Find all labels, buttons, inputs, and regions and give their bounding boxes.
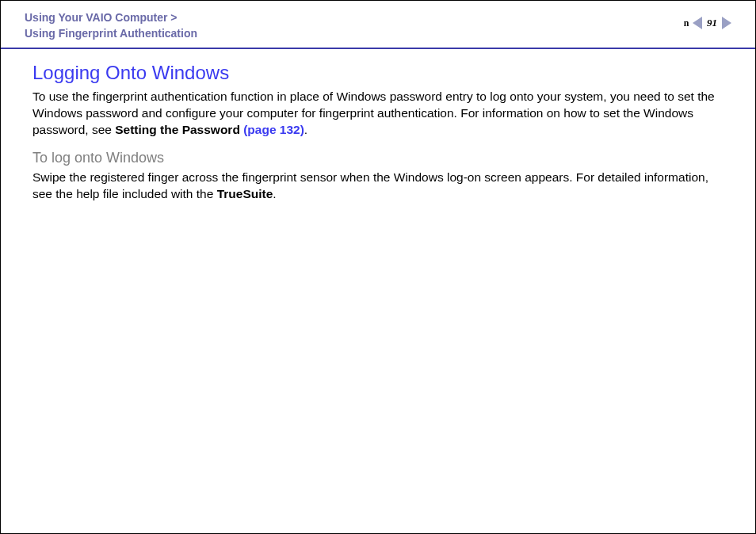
page-number: 91 xyxy=(705,17,719,29)
page-header: Using Your VAIO Computer > Using Fingerp… xyxy=(1,1,755,49)
breadcrumb-level-2[interactable]: Using Fingerprint Authentication xyxy=(25,27,197,40)
page-content: Logging Onto Windows To use the fingerpr… xyxy=(1,49,755,203)
breadcrumb-level-1[interactable]: Using Your VAIO Computer xyxy=(25,11,167,24)
prev-page-icon[interactable] xyxy=(693,17,702,29)
truesuite-label: TrueSuite xyxy=(217,187,273,200)
intro-end: . xyxy=(304,123,307,136)
subheading: To log onto Windows xyxy=(32,150,724,166)
page-nav: n 91 xyxy=(682,10,731,29)
instruction-text: Swipe the registered finger across the f… xyxy=(32,170,708,200)
document-page: Using Your VAIO Computer > Using Fingerp… xyxy=(0,0,756,534)
next-page-icon[interactable] xyxy=(722,17,731,29)
breadcrumb-sep: > xyxy=(170,11,177,24)
instruction-paragraph: Swipe the registered finger across the f… xyxy=(32,170,724,203)
breadcrumb: Using Your VAIO Computer > Using Fingerp… xyxy=(25,10,197,41)
setting-password-label: Setting the Password xyxy=(115,123,243,136)
intro-paragraph: To use the fingerprint authentication fu… xyxy=(32,89,724,139)
page-132-link[interactable]: (page 132) xyxy=(243,123,304,136)
instruction-end: . xyxy=(273,187,276,200)
section-title: Logging Onto Windows xyxy=(32,62,724,84)
page-n-label: n xyxy=(684,17,689,29)
